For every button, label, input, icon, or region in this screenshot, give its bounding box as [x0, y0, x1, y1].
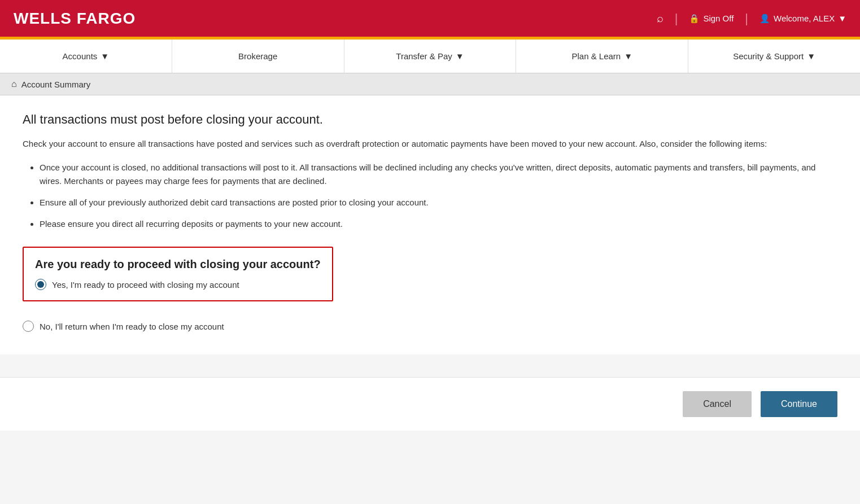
cancel-button[interactable]: Cancel [683, 391, 752, 417]
header-divider-2: | [745, 11, 748, 26]
radio-no-option[interactable]: No, I'll return when I'm ready to close … [23, 321, 837, 332]
nav-security-support[interactable]: Security & Support ▼ [688, 40, 860, 73]
footer-bar: Cancel Continue [0, 377, 860, 431]
breadcrumb-label: Account Summary [21, 80, 91, 89]
wells-fargo-logo: WELLS FARGO [14, 10, 136, 28]
main-nav: Accounts ▼ Brokerage Transfer & Pay ▼ Pl… [0, 40, 860, 73]
radio-no-label: No, I'll return when I'm ready to close … [40, 322, 224, 331]
nav-brokerage-label: Brokerage [238, 51, 277, 61]
search-icon[interactable]: ⌕ [657, 12, 663, 25]
chevron-down-icon: ▼ [807, 51, 815, 61]
radio-no-input[interactable] [23, 321, 34, 332]
question-box: Are you ready to proceed with closing yo… [23, 247, 333, 301]
signoff-label: Sign Off [703, 14, 734, 23]
radio-yes-option[interactable]: Yes, I'm ready to proceed with closing m… [35, 279, 321, 290]
description-text: Check your account to ensure all transac… [23, 137, 837, 151]
nav-transfer-pay-label: Transfer & Pay [396, 51, 452, 61]
welcome-label: Welcome, ALEX [774, 14, 835, 23]
chevron-down-icon: ▼ [624, 51, 632, 61]
nav-plan-learn-label: Plan & Learn [571, 51, 621, 61]
header-right: ⌕ | 🔒 Sign Off | 👤 Welcome, ALEX ▼ [657, 11, 846, 26]
chevron-down-icon: ▼ [101, 51, 109, 61]
header: WELLS FARGO ⌕ | 🔒 Sign Off | 👤 Welcome, … [0, 0, 860, 37]
radio-yes-label: Yes, I'm ready to proceed with closing m… [52, 280, 239, 290]
breadcrumb: ⌂ Account Summary [0, 73, 860, 95]
home-icon[interactable]: ⌂ [11, 79, 17, 89]
nav-accounts-label: Accounts [63, 51, 98, 61]
header-divider: | [675, 11, 678, 26]
nav-transfer-pay[interactable]: Transfer & Pay ▼ [344, 40, 517, 73]
bullet-item-2: Ensure all of your previously authorized… [40, 196, 837, 209]
lock-icon: 🔒 [689, 14, 700, 24]
bullet-item-1: Once your account is closed, no addition… [40, 161, 837, 188]
user-menu[interactable]: 👤 Welcome, ALEX ▼ [759, 14, 846, 24]
radio-yes-input[interactable] [35, 279, 46, 290]
section-heading: All transactions must post before closin… [23, 112, 837, 127]
bullet-item-3: Please ensure you direct all recurring d… [40, 217, 837, 231]
nav-brokerage[interactable]: Brokerage [172, 40, 344, 73]
nav-accounts[interactable]: Accounts ▼ [0, 40, 172, 73]
sign-off-button[interactable]: 🔒 Sign Off [689, 14, 734, 24]
chevron-down-icon: ▼ [456, 51, 464, 61]
nav-security-support-label: Security & Support [733, 51, 804, 61]
chevron-down-icon: ▼ [838, 14, 846, 23]
question-title: Are you ready to proceed with closing yo… [35, 258, 321, 271]
main-content: All transactions must post before closin… [0, 95, 860, 354]
bullet-list: Once your account is closed, no addition… [40, 161, 837, 231]
continue-button[interactable]: Continue [761, 391, 837, 417]
nav-plan-learn[interactable]: Plan & Learn ▼ [516, 40, 688, 73]
user-icon: 👤 [759, 14, 770, 24]
